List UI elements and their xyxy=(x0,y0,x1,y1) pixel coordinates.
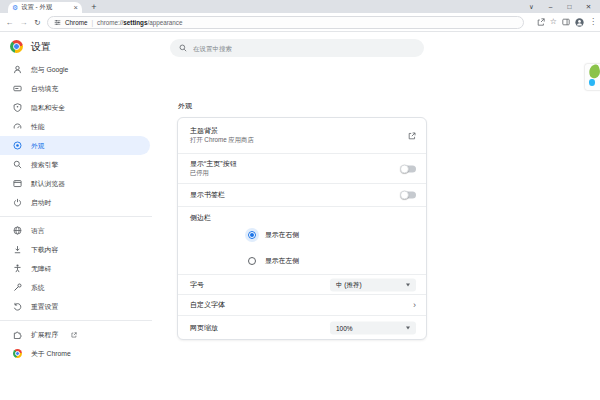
show-bookmarks-bar-row: 显示书签栏 xyxy=(178,183,426,206)
back-button[interactable]: ← xyxy=(3,13,16,31)
reset-icon xyxy=(12,302,22,312)
dropdown-arrow-icon xyxy=(406,326,410,329)
sidebar-item-startup[interactable]: 启动时 xyxy=(0,193,150,212)
sidebar-item-label: 外观 xyxy=(31,141,45,151)
side-panel-option-right[interactable]: 显示在右侧 xyxy=(190,222,414,248)
sidebar-item-languages[interactable]: 语言 xyxy=(0,221,150,240)
home-button-toggle[interactable] xyxy=(401,165,416,172)
reload-button[interactable]: ↻ xyxy=(31,13,44,31)
tab-title: 设置 - 外观 xyxy=(21,3,70,12)
theme-title: 主题背景 xyxy=(190,126,414,135)
system-wrench-icon xyxy=(12,283,22,293)
sidebar-divider xyxy=(0,320,152,321)
show-home-button-row: 显示“主页”按钮 已停用 xyxy=(178,153,426,183)
radio-label: 显示在右侧 xyxy=(265,230,299,240)
chevron-right-icon: › xyxy=(413,301,416,310)
startup-power-icon xyxy=(12,198,22,208)
sidebar-item-label: 扩展程序 xyxy=(31,330,58,340)
side-panel-option-left[interactable]: 显示在左侧 xyxy=(190,248,414,274)
page-zoom-select[interactable]: 100% xyxy=(330,321,416,334)
default-browser-icon xyxy=(12,179,22,189)
font-size-select[interactable]: 中 (推荐) xyxy=(330,278,416,291)
toolbar-actions: ☆ ⋮ xyxy=(537,13,597,31)
external-link-icon[interactable] xyxy=(408,132,416,140)
sidebar-item-label: 关于 Chrome xyxy=(31,349,71,359)
theme-subtitle: 打开 Chrome 应用商店 xyxy=(190,136,414,145)
accessibility-icon xyxy=(12,264,22,274)
chrome-logo-icon xyxy=(10,40,23,53)
new-tab-button[interactable]: + xyxy=(88,1,100,13)
sidebar-divider xyxy=(0,216,152,217)
page-zoom-row: 网页缩放 100% xyxy=(178,315,426,339)
person-icon xyxy=(12,65,22,75)
url-chip-label: Chrome xyxy=(65,19,87,26)
bookmark-star-icon[interactable]: ☆ xyxy=(550,18,557,26)
sidebar-item-label: 自动填充 xyxy=(31,84,58,94)
radio-unchecked-icon[interactable] xyxy=(248,257,256,265)
home-button-state: 已停用 xyxy=(190,169,414,178)
sidebar-item-extensions[interactable]: 扩展程序 xyxy=(0,325,150,344)
blue-drop-shape xyxy=(589,79,595,86)
sidebar-item-downloads[interactable]: 下载内容 xyxy=(0,240,150,259)
performance-speedometer-icon xyxy=(12,122,22,132)
settings-title: 设置 xyxy=(31,40,51,54)
sidebar-item-default-browser[interactable]: 默认浏览器 xyxy=(0,174,150,193)
window-menu-chevron-icon[interactable]: ∨ xyxy=(522,0,541,13)
sidebar-item-label: 语言 xyxy=(31,226,45,236)
sidebar-item-you-and-google[interactable]: 您与 Google xyxy=(0,60,150,79)
close-button[interactable]: ✕ xyxy=(579,0,598,13)
autofill-icon xyxy=(12,84,22,94)
privacy-shield-icon xyxy=(12,103,22,113)
bookmarks-bar-toggle[interactable] xyxy=(401,192,416,199)
url-chip-separator: | xyxy=(91,19,93,26)
font-size-row: 字号 中 (推荐) xyxy=(178,274,426,294)
more-menu-icon[interactable]: ⋮ xyxy=(589,18,597,26)
sidebar-item-label: 默认浏览器 xyxy=(31,179,65,189)
sidebar-item-reset[interactable]: 重置设置 xyxy=(0,297,150,316)
profile-avatar[interactable] xyxy=(575,18,584,27)
language-globe-icon xyxy=(12,226,22,236)
dropdown-arrow-icon xyxy=(406,283,410,286)
font-size-value: 中 (推荐) xyxy=(336,280,402,289)
green-leaf-shape xyxy=(588,64,600,79)
search-engine-icon xyxy=(12,160,22,170)
appearance-card: 主题背景 打开 Chrome 应用商店 显示“主页”按钮 已停用 显示书签栏 xyxy=(177,117,427,340)
sidebar-item-search-engine[interactable]: 搜索引擎 xyxy=(0,155,150,174)
sidebar-item-performance[interactable]: 性能 xyxy=(0,117,150,136)
settings-page: 设置 您与 Google 自动填充 隐私和安全 xyxy=(0,33,600,400)
address-bar[interactable]: Chrome | chrome://settings/appearance xyxy=(47,16,524,29)
sidebar-item-privacy[interactable]: 隐私和安全 xyxy=(0,98,150,117)
sidebar-item-appearance[interactable]: 外观 xyxy=(0,136,150,155)
settings-search[interactable] xyxy=(170,39,424,57)
sidebar-item-label: 性能 xyxy=(31,122,45,132)
share-icon[interactable] xyxy=(537,18,545,26)
settings-gear-favicon-icon: ⚙ xyxy=(12,4,18,11)
tab-close-icon[interactable]: × xyxy=(74,4,78,12)
sidebar-item-label: 搜索引擎 xyxy=(31,160,58,170)
maximize-button[interactable]: □ xyxy=(560,0,579,13)
browser-window: ⚙ 设置 - 外观 × + ∨ – □ ✕ ← → ↻ Chrome | chr… xyxy=(0,0,600,400)
sidebar-item-label: 下载内容 xyxy=(31,245,58,255)
theme-row[interactable]: 主题背景 打开 Chrome 应用商店 xyxy=(178,118,426,153)
home-button-title: 显示“主页”按钮 xyxy=(190,159,414,168)
settings-search-input[interactable] xyxy=(193,45,415,52)
external-link-icon xyxy=(71,332,77,338)
forward-button[interactable]: → xyxy=(17,13,30,31)
minimize-button[interactable]: – xyxy=(541,0,560,13)
sidebar-item-label: 启动时 xyxy=(31,198,51,208)
chrome-logo-icon xyxy=(12,349,22,359)
sidebar-item-autofill[interactable]: 自动填充 xyxy=(0,79,150,98)
sidebar-item-accessibility[interactable]: 无障碍 xyxy=(0,259,150,278)
sidebar-item-system[interactable]: 系统 xyxy=(0,278,150,297)
radio-checked-icon[interactable] xyxy=(248,231,256,239)
side-panel-icon[interactable] xyxy=(562,18,570,26)
window-controls: ∨ – □ ✕ xyxy=(522,0,598,13)
sidebar-item-label: 无障碍 xyxy=(31,264,51,274)
sidebar-item-about-chrome[interactable]: 关于 Chrome xyxy=(0,344,150,363)
settings-header: 设置 xyxy=(0,33,160,60)
custom-fonts-row[interactable]: 自定义字体 › xyxy=(178,294,426,315)
sidebar-item-label: 隐私和安全 xyxy=(31,103,65,113)
browser-tab[interactable]: ⚙ 设置 - 外观 × xyxy=(8,2,82,13)
sidebar-item-label: 您与 Google xyxy=(31,65,68,75)
url-text: chrome://settings/appearance xyxy=(97,19,182,26)
